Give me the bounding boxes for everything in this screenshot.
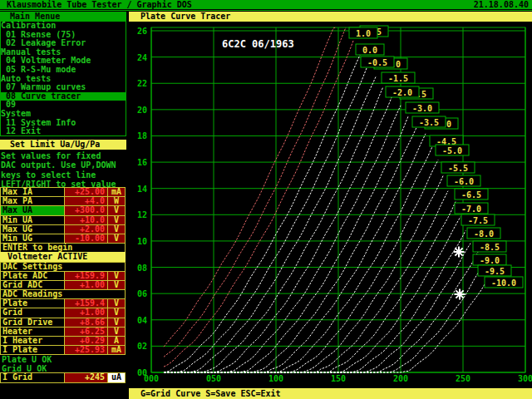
- row-label[interactable]: Plate: [1, 299, 64, 308]
- title-underline: [0, 9, 532, 10]
- row-unit: mA: [108, 188, 125, 196]
- help-line: DAC output. Use UP,DOWN: [1, 160, 126, 170]
- plate-curves-svg: 0002040608101214161820222426000050100150…: [126, 22, 532, 388]
- x-tick-label: 250: [456, 374, 470, 383]
- row-value[interactable]: +2.00: [64, 225, 108, 234]
- help-line: Set values for fixed: [1, 151, 126, 160]
- row-unit: V: [108, 216, 125, 224]
- plate-curve-ug--6: [164, 176, 443, 372]
- row-grid[interactable]: Grid+1.00V: [0, 308, 126, 318]
- row-value[interactable]: +25.93: [64, 346, 108, 354]
- row-unit: V: [108, 299, 125, 308]
- y-tick-label: 24: [137, 53, 147, 62]
- row-label[interactable]: I Plate: [1, 346, 64, 354]
- menu-item-12-exit[interactable]: 12 Exit: [1, 127, 126, 136]
- row-label[interactable]: Heater: [1, 328, 64, 336]
- plate-curve-ug-0.5: [164, 27, 346, 357]
- row-value[interactable]: +159.4: [64, 299, 108, 308]
- row-unit: W: [108, 197, 125, 205]
- plate-curve-chart: 0002040608101214161820222426000050100150…: [126, 22, 532, 388]
- curve-label-ug: -9.5: [485, 267, 505, 276]
- y-tick-label: 20: [137, 106, 147, 115]
- menu-item-08-curve-tracer[interactable]: 08 Curve tracer: [1, 92, 126, 101]
- row-value[interactable]: +0.29: [64, 337, 108, 345]
- curve-label-ug: -1.5: [388, 74, 408, 83]
- row-unit: V: [108, 272, 125, 280]
- y-tick-label: 18: [137, 131, 147, 140]
- row-label[interactable]: Min UG: [1, 234, 64, 243]
- row-min-ua[interactable]: Min UA+10.0V: [0, 215, 126, 225]
- row-label[interactable]: Max IA: [1, 188, 64, 196]
- plate-curve-ug--2.5: [164, 93, 393, 372]
- plate-curve-ug--7.5: [164, 217, 461, 372]
- curve-label-ug: -6.5: [461, 190, 481, 200]
- curve-label-ug: -8.5: [480, 243, 500, 252]
- menu-item-05-r-s-mu-mode[interactable]: 05 R-S-Mu mode: [1, 66, 126, 75]
- row-label[interactable]: Plate ADC: [1, 272, 64, 280]
- row-value[interactable]: +245: [64, 373, 108, 382]
- row-label[interactable]: Grid: [1, 308, 64, 317]
- plate-curve-ug--3: [164, 106, 401, 372]
- menu-item-calibration[interactable]: Calibration: [1, 22, 126, 31]
- curve-label-ug: -7.5: [468, 216, 488, 225]
- curve-label-ug: -5.0: [442, 146, 462, 155]
- row-max-ua[interactable]: Max UA+300.0V: [0, 205, 126, 215]
- row-value[interactable]: +300.0: [64, 206, 108, 214]
- plate-curve-ug--1.5: [164, 76, 376, 372]
- row-unit: mA: [108, 346, 125, 354]
- y-tick-label: 22: [137, 79, 147, 88]
- curve-label-ug: -7.0: [461, 204, 481, 214]
- row-label[interactable]: Grid ADC: [1, 281, 64, 289]
- row-value[interactable]: +1.00: [64, 308, 108, 317]
- plate-curve-ug--9: [164, 252, 478, 372]
- status-text-plate-u-ok: Plate U OK: [0, 355, 126, 364]
- row-value[interactable]: +10.0: [64, 216, 108, 224]
- row-label[interactable]: Grid Drive: [1, 318, 64, 327]
- curve-label-ug: -6.0: [454, 177, 474, 186]
- row-value[interactable]: +25.00: [64, 188, 108, 196]
- row-unit: V: [108, 225, 125, 234]
- y-tick-label: 08: [137, 264, 147, 273]
- set-limit-header: Set Limit Ua/Ug/Pa: [0, 140, 126, 150]
- curve-label-ug: -3.0: [412, 104, 432, 113]
- row-grid-drive[interactable]: Grid Drive+8.66V: [0, 318, 126, 328]
- app-window: Klausmobile Tube Tester / Graphic DOS 21…: [0, 0, 532, 399]
- status-bar: G=Grid Curve S=Save ESC=Exit: [129, 388, 532, 399]
- row-unit: V: [108, 281, 125, 289]
- measurement-star-marker: [455, 289, 466, 300]
- y-tick-label: 14: [137, 185, 147, 194]
- row-unit: V: [108, 328, 125, 336]
- row-label[interactable]: Max PA: [1, 197, 64, 205]
- row-label[interactable]: I Grid: [1, 373, 64, 382]
- curve-label-ug: 1.0: [356, 29, 371, 38]
- curve-label-ug: -3.5: [419, 118, 439, 127]
- chart-panel-title: Plate Curve Tracer: [129, 12, 532, 22]
- plate-curve-ug--4.5: [164, 134, 426, 372]
- help-line: keys to select line: [1, 170, 126, 180]
- row-label[interactable]: Max UG: [1, 225, 64, 234]
- row-value[interactable]: +8.66: [64, 318, 108, 327]
- row-value[interactable]: +159.9: [64, 272, 108, 280]
- y-tick-label: 06: [137, 289, 147, 298]
- plate-curve-ug--8.5: [164, 244, 470, 372]
- y-tick-label: 12: [137, 210, 147, 219]
- row-i-plate[interactable]: I Plate+25.93mA: [0, 345, 126, 355]
- y-tick-label: 16: [137, 158, 147, 167]
- menu-item-system[interactable]: System: [1, 110, 126, 119]
- plate-curve-ug--1: [164, 64, 368, 372]
- row-value[interactable]: +1.00: [64, 281, 108, 289]
- row-value[interactable]: +4.0: [64, 197, 108, 205]
- tube-title: 6C2C 06/1963: [222, 38, 294, 50]
- row-label[interactable]: I Heater: [1, 337, 64, 345]
- plate-curve-ug--3.5: [164, 116, 408, 372]
- title-bar: Klausmobile Tube Tester / Graphic DOS 21…: [0, 0, 532, 11]
- measurement-star-marker: [454, 247, 465, 258]
- row-value[interactable]: -10.00: [64, 234, 108, 243]
- row-i-grid[interactable]: I Grid+245uA: [0, 372, 126, 382]
- curve-label-ug: -0.5: [367, 58, 387, 67]
- plate-curve-ug--5.5: [164, 160, 438, 372]
- row-label[interactable]: Max UA: [1, 206, 64, 214]
- row-value[interactable]: +6.25: [64, 328, 108, 336]
- app-title: Klausmobile Tube Tester / Graphic DOS: [7, 0, 192, 9]
- row-label[interactable]: Min UA: [1, 216, 64, 224]
